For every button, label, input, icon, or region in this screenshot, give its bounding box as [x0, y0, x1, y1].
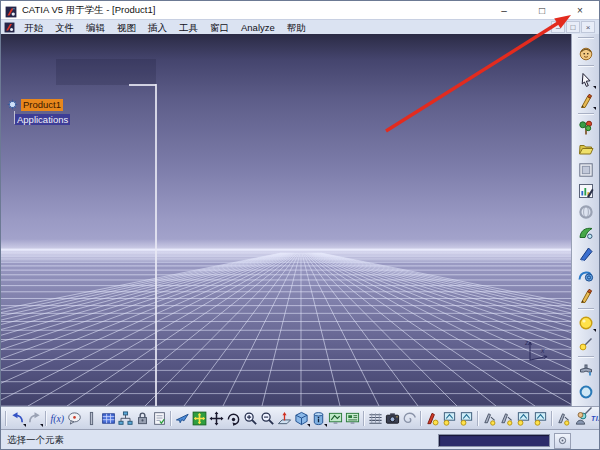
menu-item-insert[interactable]: 插入 [142, 20, 173, 35]
toolbar-separator [420, 411, 422, 426]
bottom-toolbar: f(x)TIA [1, 406, 599, 429]
zoom-in-icon [243, 411, 258, 426]
pan-button[interactable] [208, 409, 225, 428]
menu-item-help[interactable]: 帮助 [281, 20, 312, 35]
menu-item-window[interactable]: 窗口 [204, 20, 235, 35]
circle-button[interactable] [576, 382, 596, 402]
tree-node-product[interactable]: Product1 [21, 99, 63, 111]
axis-label-x: x [540, 347, 545, 354]
menu-item-file[interactable]: 文件 [49, 20, 80, 35]
menu-item-analyze[interactable]: Analyze [235, 20, 281, 35]
check-document-button[interactable] [151, 409, 168, 428]
frame-button[interactable] [576, 160, 596, 180]
mdi-close-button[interactable]: × [581, 21, 595, 33]
world-button[interactable] [576, 202, 596, 222]
draw-tools-button[interactable] [576, 91, 596, 111]
menu-item-edit[interactable]: 编辑 [80, 20, 111, 35]
ruler-icon [368, 411, 383, 426]
fit-all-icon [192, 411, 207, 426]
render-button[interactable] [401, 409, 418, 428]
measure-item-button[interactable] [576, 334, 596, 354]
shadow-patch [56, 59, 156, 85]
fly-mode-button[interactable] [174, 409, 191, 428]
workspace: Product1 Applications z x [1, 34, 599, 406]
menu-item-tools[interactable]: 工具 [173, 20, 204, 35]
toolbar-separator [578, 356, 594, 358]
design-table-button[interactable] [100, 409, 117, 428]
sectioning-button[interactable] [515, 409, 532, 428]
compare-button[interactable] [532, 409, 549, 428]
ruler-button[interactable] [367, 409, 384, 428]
knowledge-chart-button[interactable] [576, 181, 596, 201]
dropdown-arrow-icon [593, 107, 596, 110]
annotate-button[interactable] [576, 286, 596, 306]
zoom-out-button[interactable] [259, 409, 276, 428]
redo-button[interactable] [26, 409, 43, 428]
pen-icon [578, 93, 594, 109]
specification-tree: Product1 Applications [6, 98, 70, 126]
title-bar: CATIA V5 用于学生 - [Product1] – □ × [1, 1, 599, 19]
faucet-button[interactable] [576, 361, 596, 381]
menu-item-start[interactable]: 开始 [18, 20, 49, 35]
toolbar-separator [578, 308, 594, 310]
annotation-button[interactable] [66, 409, 83, 428]
status-message: 选择一个元素 [7, 434, 64, 447]
formula-button[interactable]: f(x) [49, 409, 66, 428]
undo-button[interactable] [9, 409, 26, 428]
normal-view-button[interactable] [276, 409, 293, 428]
multi-view-button[interactable] [327, 409, 344, 428]
tree-node-applications[interactable]: Applications [15, 114, 70, 125]
distance-analysis-button[interactable] [481, 409, 498, 428]
pin-button[interactable] [83, 409, 100, 428]
measure-gray-icon [556, 411, 571, 426]
rotate-icon [226, 411, 241, 426]
blue-ring-icon [578, 384, 594, 400]
zoom-in-button[interactable] [242, 409, 259, 428]
manikin-button[interactable] [572, 409, 589, 428]
select-cursor-icon [578, 72, 594, 88]
green-brush-icon [578, 225, 594, 241]
measure-inertia-button[interactable] [458, 409, 475, 428]
structure-button[interactable] [117, 409, 134, 428]
light-button[interactable] [576, 313, 596, 333]
mdi-minimize-button[interactable]: – [551, 21, 565, 33]
chart-icon [578, 183, 594, 199]
render-style-button[interactable] [310, 409, 327, 428]
measure-between-button[interactable] [424, 409, 441, 428]
camera-button[interactable] [384, 409, 401, 428]
select-button[interactable] [576, 70, 596, 90]
lock-button[interactable] [134, 409, 151, 428]
paint-button[interactable] [576, 223, 596, 243]
measure-tool-button[interactable] [555, 409, 572, 428]
sweep-button[interactable] [576, 244, 596, 264]
iso-view-button[interactable] [293, 409, 310, 428]
active-workbench-button[interactable] [576, 43, 596, 63]
fit-all-button[interactable] [191, 409, 208, 428]
minimize-button[interactable]: – [485, 1, 523, 19]
rotate-button[interactable] [225, 409, 242, 428]
catalog-browser-button[interactable] [576, 118, 596, 138]
snail-icon [578, 267, 594, 283]
spiral-tool-button[interactable] [576, 265, 596, 285]
measure-gray-icon [499, 411, 514, 426]
open-catalog-button[interactable] [576, 139, 596, 159]
measure-item-view-button[interactable] [441, 409, 458, 428]
svg-text:f(x): f(x) [50, 413, 64, 425]
split-view-button[interactable] [344, 409, 361, 428]
power-input-field[interactable] [438, 434, 550, 447]
frame-icon [578, 162, 594, 178]
power-input-button[interactable] [554, 433, 571, 449]
boundary-line-vertical [155, 84, 157, 406]
menu-item-view[interactable]: 视图 [111, 20, 142, 35]
clash-button[interactable] [498, 409, 515, 428]
yellow-probe-icon [578, 336, 594, 352]
toolbar-separator [578, 65, 594, 67]
viewport-3d[interactable]: Product1 Applications z x [1, 34, 571, 406]
screen-b-icon [345, 411, 360, 426]
maximize-button[interactable]: □ [523, 1, 561, 19]
mdi-restore-button[interactable]: □ [566, 21, 580, 33]
open-folder-icon [578, 141, 594, 157]
status-bar: 选择一个元素 [1, 429, 599, 450]
close-button[interactable]: × [561, 1, 599, 19]
pen-icon [578, 288, 594, 304]
